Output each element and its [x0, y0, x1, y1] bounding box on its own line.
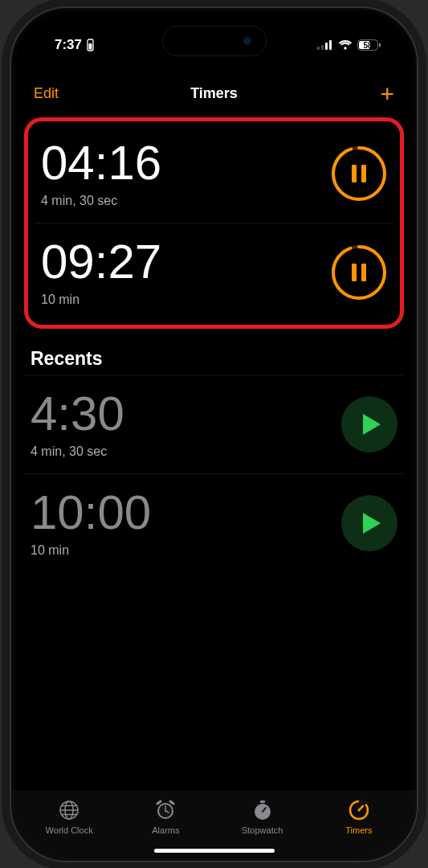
- alarm-clock-icon: [153, 798, 177, 822]
- content-area: 04:16 4 min, 30 sec 09:27 10 min: [11, 117, 417, 790]
- battery-icon: 58: [357, 39, 381, 51]
- timer-icon: [347, 798, 371, 822]
- svg-point-30: [357, 809, 360, 811]
- wifi-icon: [338, 39, 353, 50]
- tab-label: Timers: [345, 825, 372, 835]
- navbar: Edit Timers +: [11, 74, 417, 114]
- timer-duration: 4 min, 30 sec: [41, 194, 161, 208]
- tab-timers[interactable]: Timers: [311, 798, 407, 835]
- status-time: 7:37: [55, 37, 82, 53]
- svg-text:58: 58: [363, 40, 373, 49]
- pause-icon: [352, 165, 366, 182]
- svg-rect-8: [379, 43, 381, 47]
- timer-info: 09:27 10 min: [41, 238, 161, 307]
- svg-rect-26: [260, 800, 265, 803]
- tab-label: World Clock: [46, 825, 93, 835]
- play-icon: [363, 414, 381, 435]
- battery-charging-small-icon: [85, 39, 96, 51]
- pause-button[interactable]: [331, 244, 387, 301]
- timer-duration-large: 4:30: [31, 390, 124, 438]
- svg-line-23: [157, 801, 161, 804]
- timer-duration: 10 min: [31, 543, 151, 558]
- svg-rect-3: [321, 45, 324, 50]
- svg-rect-1: [89, 43, 92, 50]
- recents-header: Recents: [24, 346, 404, 375]
- page-title: Timers: [190, 85, 238, 102]
- globe-icon: [57, 798, 81, 822]
- active-timers-highlight: 04:16 4 min, 30 sec 09:27 10 min: [24, 117, 404, 329]
- timer-duration: 10 min: [41, 293, 161, 307]
- svg-rect-5: [329, 40, 332, 50]
- timer-info: 10:00 10 min: [31, 489, 151, 558]
- tab-label: Alarms: [152, 825, 179, 835]
- timer-info: 04:16 4 min, 30 sec: [41, 139, 161, 208]
- timer-info: 4:30 4 min, 30 sec: [31, 390, 124, 459]
- tab-alarms[interactable]: Alarms: [117, 798, 214, 835]
- tab-world-clock[interactable]: World Clock: [21, 798, 117, 835]
- status-right: 58: [317, 39, 381, 51]
- tab-stopwatch[interactable]: Stopwatch: [214, 798, 311, 835]
- recent-timer-row[interactable]: 4:30 4 min, 30 sec: [24, 375, 404, 474]
- start-button[interactable]: [341, 396, 397, 452]
- pause-icon: [352, 264, 366, 281]
- timer-remaining: 09:27: [41, 238, 161, 286]
- status-left: 7:37: [55, 37, 96, 53]
- add-timer-button[interactable]: +: [380, 82, 394, 106]
- active-timer-row[interactable]: 09:27 10 min: [35, 223, 393, 321]
- cellular-icon: [317, 40, 333, 50]
- recent-timer-row[interactable]: 10:00 10 min: [24, 474, 404, 572]
- timer-remaining: 04:16: [41, 139, 161, 187]
- pause-button[interactable]: [331, 145, 387, 202]
- edit-button[interactable]: Edit: [34, 85, 59, 102]
- recents-list: 4:30 4 min, 30 sec 10:00 10 min: [24, 375, 404, 572]
- play-icon: [363, 513, 381, 534]
- start-button[interactable]: [341, 495, 397, 551]
- svg-line-24: [170, 801, 173, 804]
- svg-rect-2: [317, 47, 320, 50]
- active-timer-row[interactable]: 04:16 4 min, 30 sec: [35, 125, 393, 223]
- camera-dot: [243, 37, 251, 45]
- tab-label: Stopwatch: [242, 825, 283, 835]
- svg-rect-4: [325, 43, 328, 50]
- phone-frame: 7:37 58 Edit Tim: [10, 6, 418, 862]
- home-indicator[interactable]: [154, 849, 275, 853]
- timer-duration-large: 10:00: [31, 489, 151, 537]
- dynamic-island: [162, 26, 267, 56]
- stopwatch-icon: [251, 798, 275, 822]
- timer-duration: 4 min, 30 sec: [31, 444, 124, 459]
